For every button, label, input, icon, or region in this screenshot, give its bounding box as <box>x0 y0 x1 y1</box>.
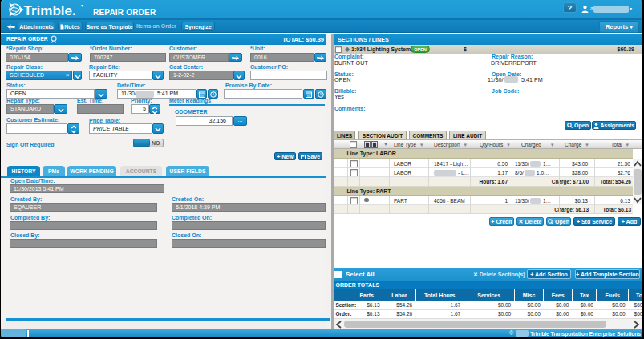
svg-text:Trimble.: Trimble. <box>24 3 76 18</box>
